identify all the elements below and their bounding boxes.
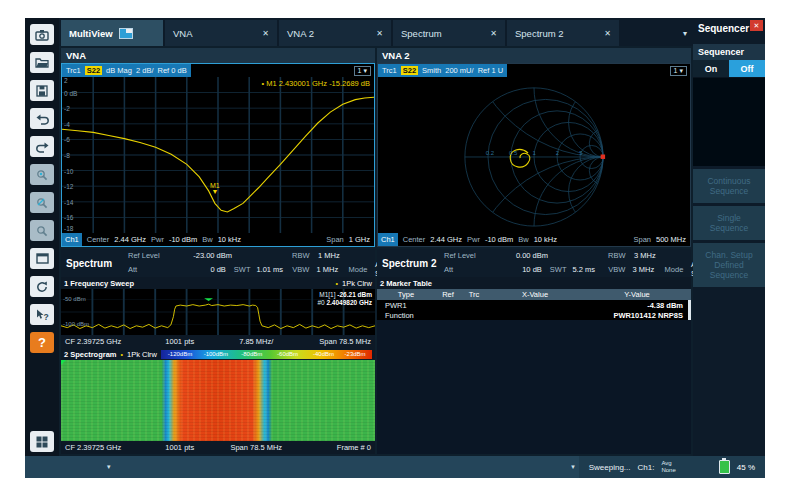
page: ? ? MultiView VNA ✕ VNA 2 ✕ Spect bbox=[0, 0, 790, 496]
vna-trace-bar[interactable]: Trc1 S22 dB Mag 2 dB/ Ref 0 dB 1 ▾ bbox=[62, 64, 374, 77]
window-select[interactable]: 1 ▾ bbox=[670, 66, 687, 76]
status-cluster: Sweeping... Ch1: Avg None 45 % bbox=[579, 456, 765, 478]
smith-axis-label: 0.2 bbox=[486, 150, 494, 156]
sequencer-onoff: On Off bbox=[693, 60, 765, 78]
spectrum2-window[interactable]: Spectrum 2 Ref Level 0.00 dBm RBW 3 MHz … bbox=[377, 249, 691, 454]
vna-window[interactable]: VNA Trc1 S22 dB Mag 2 dB/ Ref 0 dB 1 bbox=[61, 48, 375, 247]
tab-label: MultiView bbox=[69, 28, 113, 39]
sequencer-off-button[interactable]: Off bbox=[729, 60, 765, 77]
spectrogram-color-scale: -120dBm -100dBm -80dBm -60dBm -40dBm -23… bbox=[161, 350, 372, 359]
instrument-screen: ? ? MultiView VNA ✕ VNA 2 ✕ Spect bbox=[25, 18, 765, 478]
tab-label: Spectrum 2 bbox=[515, 28, 564, 39]
tab-vna[interactable]: VNA ✕ bbox=[165, 20, 277, 46]
window-select[interactable]: 1 ▾ bbox=[354, 66, 371, 76]
trace-name: Trc1 bbox=[382, 66, 397, 75]
close-tab-icon[interactable]: ✕ bbox=[480, 29, 497, 38]
vna-plot[interactable]: 2 0 dB -2 -4 -6 -8 -10 -12 -14 -16 -18 • bbox=[62, 77, 374, 233]
y-tick: -50 dBm bbox=[63, 296, 86, 302]
spectrum-title: Spectrum bbox=[61, 249, 128, 277]
spectrum-window[interactable]: Spectrum Ref Level -23.00 dBm RBW 1 MHz … bbox=[61, 249, 375, 454]
battery-icon bbox=[719, 460, 730, 474]
tab-multiview[interactable]: MultiView bbox=[61, 20, 163, 46]
y-tick: 2 bbox=[64, 77, 68, 84]
vna2-trace-bar[interactable]: Trc1 S22 Smith 200 mU/ Ref 1 U 1 ▾ bbox=[378, 64, 690, 77]
average-status: Avg None bbox=[661, 460, 675, 474]
multiview-grid: VNA Trc1 S22 dB Mag 2 dB/ Ref 0 dB 1 bbox=[59, 46, 693, 456]
trace-ref: Ref 1 U bbox=[478, 66, 503, 75]
vna2-channel-bar[interactable]: Ch1 Center 2.44 GHz Pwr -10 dBm Bw 10 kH… bbox=[378, 233, 690, 246]
channel-chip[interactable]: Ch1 bbox=[62, 233, 82, 246]
y-tick: -8 bbox=[64, 152, 70, 159]
trace-ref: Ref 0 dB bbox=[157, 66, 186, 75]
continuous-sequence-button[interactable]: Continuous Sequence bbox=[693, 169, 765, 203]
marker-table-scrollbar[interactable] bbox=[688, 300, 691, 320]
split-window-icon[interactable] bbox=[30, 248, 54, 269]
channel-chip[interactable]: Ch1 bbox=[378, 233, 398, 246]
top-area: ? ? MultiView VNA ✕ VNA 2 ✕ Spect bbox=[25, 18, 765, 456]
marker-m1[interactable]: M1 ▼ bbox=[210, 183, 220, 195]
spectrogram[interactable] bbox=[61, 360, 375, 441]
single-sequence-button[interactable]: Single Sequence bbox=[693, 206, 765, 240]
smith-axis-label: 1 bbox=[532, 150, 535, 156]
close-tab-icon[interactable]: ✕ bbox=[366, 29, 383, 38]
y-tick: -10 bbox=[64, 167, 73, 174]
zoom-select-icon[interactable] bbox=[30, 164, 54, 185]
undo-icon[interactable] bbox=[30, 108, 54, 129]
refresh-icon[interactable] bbox=[30, 276, 54, 297]
spectrum2-title: Spectrum 2 bbox=[377, 249, 444, 277]
marker-table-row[interactable]: PWR1 -4.38 dBm bbox=[377, 300, 691, 310]
trace-format: Smith bbox=[422, 66, 441, 75]
y-tick: 0 dB bbox=[64, 89, 77, 96]
svg-text:?: ? bbox=[43, 311, 48, 321]
tab-label: VNA 2 bbox=[287, 28, 314, 39]
frequency-sweep-bar: 1 Frequency Sweep • 1Pk Clrw bbox=[61, 277, 375, 289]
smith-marker bbox=[601, 155, 605, 159]
y-tick: -14 bbox=[64, 198, 73, 205]
y-tick: -12 bbox=[64, 183, 73, 190]
zoom-off-icon[interactable] bbox=[30, 192, 54, 213]
vna-window-body: Trc1 S22 dB Mag 2 dB/ Ref 0 dB 1 ▾ bbox=[61, 63, 375, 247]
screenshot-camera-icon[interactable] bbox=[30, 24, 54, 45]
status-caret-icon[interactable]: ▾ bbox=[103, 463, 115, 471]
vna2-window[interactable]: VNA 2 Trc1 S22 Smith 200 mU/ Ref 1 U 1 bbox=[377, 48, 691, 247]
marker-table-row[interactable]: Function PWR101412 NRP8S bbox=[377, 310, 691, 320]
trace-format: dB Mag bbox=[106, 66, 132, 75]
close-tab-icon[interactable]: ✕ bbox=[594, 29, 611, 38]
smith-chart[interactable]: 0.2 0.5 1 2 5 bbox=[378, 77, 690, 233]
sweep-footer: CF 2.39725 GHz 1001 pts 7.85 MHz/ Span 7… bbox=[61, 335, 375, 348]
channel-tab-bar: MultiView VNA ✕ VNA 2 ✕ Spectrum ✕ Spect… bbox=[59, 18, 693, 46]
redo-icon[interactable] bbox=[30, 136, 54, 157]
vna-marker-readout: • M1 2.430001 GHz -15.2689 dB bbox=[261, 79, 370, 88]
close-tab-icon[interactable]: ✕ bbox=[252, 29, 269, 38]
spectrum-header: Spectrum Ref Level -23.00 dBm RBW 1 MHz … bbox=[61, 249, 375, 277]
caret-down-icon: ▾ bbox=[679, 67, 683, 75]
sequencer-label: Sequencer bbox=[693, 44, 765, 60]
tab-vna2[interactable]: VNA 2 ✕ bbox=[279, 20, 391, 46]
frequency-sweep-plot[interactable]: -50 dBm -100 dBm M1[1] -26.21 dBm #0 2.4… bbox=[61, 289, 375, 335]
status-caret-icon[interactable]: ▾ bbox=[567, 463, 579, 471]
y-tick: -2 bbox=[64, 105, 70, 112]
trace-scale: 2 dB/ bbox=[136, 66, 154, 75]
multiview-split-icon bbox=[119, 28, 133, 39]
trace-dot-icon: • bbox=[336, 280, 338, 287]
open-folder-icon[interactable] bbox=[30, 52, 54, 73]
vna-channel-bar[interactable]: Ch1 Center 2.44 GHz Pwr -10 dBm Bw 10 kH… bbox=[62, 233, 374, 246]
tab-spectrum2[interactable]: Spectrum 2 ✕ bbox=[507, 20, 619, 46]
sweep-marker-readout: M1[1] -26.21 dBm #0 2.4049820 GHz bbox=[317, 291, 372, 307]
tab-overflow-caret-icon[interactable]: ▾ bbox=[679, 29, 691, 38]
tab-spectrum[interactable]: Spectrum ✕ bbox=[393, 20, 505, 46]
sequencer-on-button[interactable]: On bbox=[693, 60, 729, 77]
y-tick: -18 bbox=[64, 225, 73, 232]
help-icon[interactable]: ? bbox=[30, 332, 54, 353]
caret-down-icon: ▾ bbox=[363, 67, 367, 75]
channel-defined-sequence-button[interactable]: Chan. Setup Defined Sequence bbox=[693, 243, 765, 287]
battery-percent: 45 % bbox=[737, 463, 755, 472]
windows-start-icon[interactable] bbox=[30, 431, 54, 452]
zoom-icon[interactable] bbox=[30, 220, 54, 241]
status-bar: ▾ ▾ Sweeping... Ch1: Avg None 45 % bbox=[25, 456, 765, 478]
spectrum2-empty-area bbox=[377, 320, 691, 454]
tab-label: VNA bbox=[173, 28, 193, 39]
close-panel-icon[interactable]: ✕ bbox=[750, 20, 763, 31]
context-help-cursor-icon[interactable]: ? bbox=[30, 304, 54, 325]
save-icon[interactable] bbox=[30, 80, 54, 101]
